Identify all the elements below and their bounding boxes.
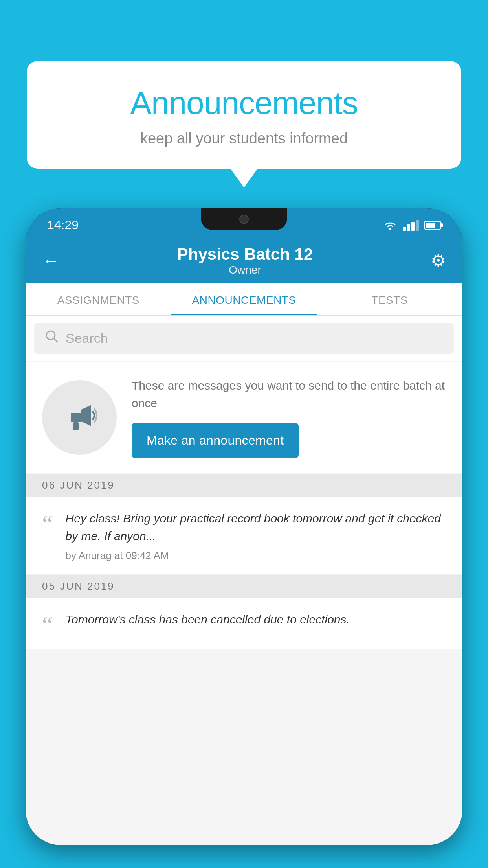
phone-camera (239, 215, 249, 224)
wifi-icon (383, 220, 397, 231)
header-title: Physics Batch 12 (177, 245, 313, 264)
prompt-description: These are messages you want to send to t… (132, 377, 446, 412)
app-header: ← Physics Batch 12 Owner ⚙ (26, 238, 462, 283)
speech-bubble-card: Announcements keep all your students inf… (27, 61, 461, 169)
status-time: 14:29 (47, 218, 79, 232)
announcement-content-1: Hey class! Bring your practical record b… (66, 509, 446, 562)
svg-rect-5 (73, 422, 79, 430)
tab-tests[interactable]: TESTS (317, 283, 462, 315)
svg-line-2 (54, 338, 57, 342)
announcement-text-2: Tomorrow's class has been cancelled due … (66, 611, 350, 628)
announcement-content-2: Tomorrow's class has been cancelled due … (66, 611, 350, 637)
header-subtitle: Owner (177, 264, 313, 276)
announcement-meta-1: by Anurag at 09:42 AM (66, 550, 446, 562)
search-bar[interactable]: Search (34, 323, 454, 354)
phone-body: 14:29 (26, 208, 462, 845)
settings-icon[interactable]: ⚙ (431, 250, 446, 270)
svg-rect-4 (71, 413, 82, 422)
search-container: Search (26, 316, 462, 361)
date-separator-2: 05 JUN 2019 (26, 575, 462, 598)
announcement-item-2[interactable]: “ Tomorrow's class has been cancelled du… (26, 598, 462, 649)
quote-icon-2: “ (42, 612, 53, 637)
signal-bars-icon (403, 220, 419, 231)
header-center: Physics Batch 12 Owner (177, 245, 313, 276)
search-placeholder: Search (66, 331, 108, 346)
announcement-text-1: Hey class! Bring your practical record b… (66, 509, 446, 545)
svg-point-0 (389, 228, 391, 230)
app-content: Search These are me (26, 316, 462, 845)
status-icons (383, 220, 441, 231)
bubble-subtitle: keep all your students informed (58, 130, 430, 147)
speech-bubble-section: Announcements keep all your students inf… (27, 61, 461, 169)
tab-bar: ASSIGNMENTS ANNOUNCEMENTS TESTS (26, 283, 462, 316)
back-button[interactable]: ← (42, 251, 59, 270)
svg-marker-3 (81, 405, 91, 426)
bubble-title: Announcements (58, 85, 430, 121)
battery-fill (426, 223, 435, 228)
prompt-right: These are messages you want to send to t… (132, 377, 446, 458)
battery-icon (424, 221, 441, 230)
tab-assignments[interactable]: ASSIGNMENTS (26, 283, 171, 315)
quote-icon-1: “ (42, 511, 53, 562)
announcement-prompt: These are messages you want to send to t… (26, 362, 462, 473)
search-icon (45, 330, 59, 347)
megaphone-icon (60, 398, 99, 437)
date-separator-1: 06 JUN 2019 (26, 474, 462, 497)
phone-notch (201, 208, 287, 230)
phone-wrapper: 14:29 (26, 208, 462, 868)
announcement-item-1[interactable]: “ Hey class! Bring your practical record… (26, 497, 462, 575)
megaphone-circle (42, 380, 117, 455)
make-announcement-button[interactable]: Make an announcement (132, 423, 299, 458)
tab-announcements[interactable]: ANNOUNCEMENTS (171, 283, 317, 315)
